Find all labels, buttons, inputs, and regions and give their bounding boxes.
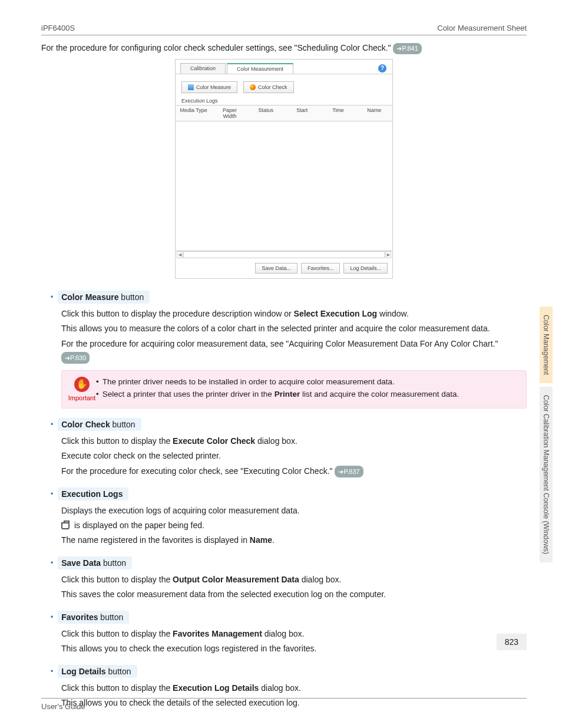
color-measure-button[interactable]: Color Measure: [181, 81, 237, 93]
body-text: is displayed on the paper being fed.: [61, 519, 527, 532]
measure-icon: [188, 84, 194, 90]
scrollbar[interactable]: ◄►: [176, 251, 392, 258]
favorites-button[interactable]: Favorites...: [301, 263, 340, 274]
important-icon: ✋: [74, 377, 90, 392]
page-header: iPF6400S Color Measurement Sheet: [41, 24, 527, 35]
check-icon: [250, 84, 256, 90]
body-text: For the procedure for executing color ch…: [61, 465, 527, 478]
footer: User's Guide: [41, 698, 527, 711]
section-heading: •Save Data button: [41, 556, 527, 569]
embedded-screenshot: Calibration Color Measurement ? Color Me…: [175, 59, 393, 279]
tab-color-measurement[interactable]: Color Measurement: [227, 63, 293, 74]
body-text: This allows you to check the execution l…: [61, 642, 527, 655]
header-left: iPF6400S: [41, 24, 75, 32]
tab-calibration[interactable]: Calibration: [180, 63, 226, 74]
header-right: Color Measurement Sheet: [437, 24, 527, 32]
side-tab-color-management[interactable]: Color Management: [540, 307, 553, 383]
body-text: Displays the execution logs of acquiring…: [61, 504, 527, 518]
important-note: ✋Important•The printer driver needs to b…: [61, 370, 527, 409]
section-heading: •Log Details button: [41, 665, 527, 678]
section-heading: •Color Measure button: [41, 291, 527, 304]
body-text: Click this button to display the procedu…: [61, 307, 527, 321]
section-heading: •Execution Logs: [41, 487, 527, 500]
intro-text: For the procedure for configuring color …: [41, 41, 527, 54]
section-heading: •Color Check button: [41, 418, 527, 431]
body-text: Click this button to display the Execute…: [61, 434, 527, 448]
body-text: Click this button to display the Favorit…: [61, 627, 527, 641]
page-number: 823: [497, 634, 527, 650]
table-body: [176, 121, 392, 251]
section-heading: •Favorites button: [41, 611, 527, 624]
page-ref-pill[interactable]: ➔P.837: [335, 466, 363, 477]
help-icon[interactable]: ?: [378, 64, 386, 73]
paper-feed-icon: [61, 522, 70, 529]
page-ref-pill[interactable]: ➔P.830: [61, 352, 90, 364]
page-ref-pill[interactable]: ➔P.841: [393, 43, 421, 55]
side-tabs: Color Management Color Calibration Manag…: [540, 307, 553, 562]
body-text: Click this button to display the Executi…: [61, 681, 527, 695]
table-header: Media Type Paper Width Status Start Time…: [176, 105, 392, 121]
body-text: Click this button to display the Output …: [61, 573, 527, 587]
body-text: This saves the color measurement data fr…: [61, 588, 527, 601]
body-text: For the procedure for acquiring color me…: [61, 337, 527, 364]
body-text: This allows you to measure the colors of…: [61, 322, 527, 335]
side-tab-calibration-console[interactable]: Color Calibration Management Console (Wi…: [540, 387, 553, 562]
color-check-button[interactable]: Color Check: [243, 81, 294, 93]
log-details-button[interactable]: Log Details...: [343, 263, 388, 274]
body-text: The name registered in the favorites is …: [61, 533, 527, 547]
save-data-button[interactable]: Save Data...: [255, 263, 297, 274]
execution-logs-label: Execution Logs: [176, 97, 392, 105]
body-text: Execute color check on the selected prin…: [61, 449, 527, 463]
